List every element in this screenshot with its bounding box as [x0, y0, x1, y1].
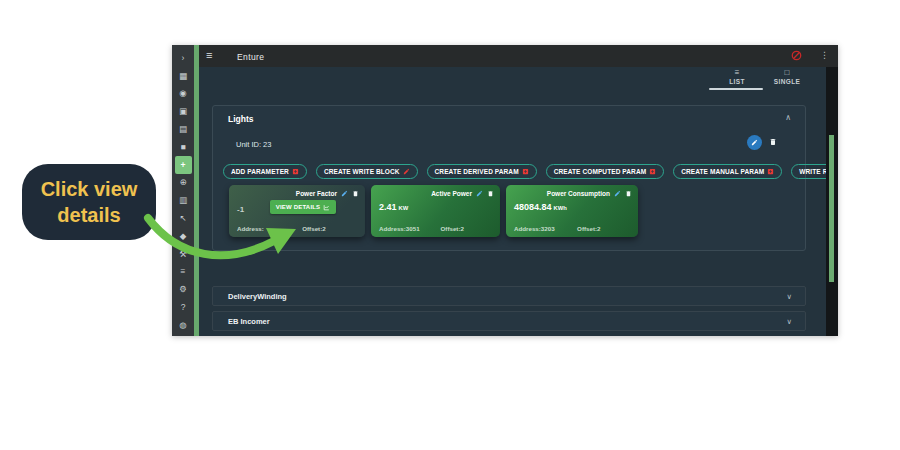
sidebar-accent-strip [194, 45, 199, 336]
pill-label: WRITE REGISTER [799, 168, 826, 175]
menu-icon[interactable]: ≡ [206, 49, 212, 61]
sidebar-item-frame[interactable]: ▣ [175, 102, 192, 120]
sidebar-item-cards[interactable]: ■ [175, 138, 192, 156]
unit-id-label: Unit ID: 23 [236, 140, 271, 149]
create-derived-param-button[interactable]: CREATE DERIVED PARAM [427, 164, 537, 179]
card-power-consumption: Power Consumption 48084.84KWh Address:32… [506, 185, 638, 237]
frame-icon: ▣ [179, 106, 187, 116]
dashboard-icon: ▦ [179, 71, 187, 81]
bug-icon: ◆ [180, 231, 187, 241]
notes-icon: ≡ [181, 266, 186, 276]
add-box-icon [522, 168, 529, 175]
accordion-label: DeliveryWinding [228, 292, 287, 301]
grid-icon: ▥ [179, 195, 187, 205]
cursor-icon: ↖ [179, 213, 186, 223]
chevron-down-icon: ∨ [787, 317, 793, 326]
card-value: -1 [237, 205, 244, 214]
notifications-blocked-icon[interactable] [791, 50, 802, 61]
sidebar-item-move[interactable]: ⊕ [175, 174, 192, 192]
scrollbar-track [826, 67, 838, 336]
parameter-cards-row: Power Factor -1 VIEW DETAILS Address: Of… [229, 185, 638, 237]
main-content: ≡ LIST □ SINGLE Lights ∧ Unit ID: 23 ADD… [199, 67, 826, 336]
tab-list[interactable]: ≡ LIST [715, 69, 759, 85]
card-address: Address:3203 [514, 225, 577, 232]
card-icon: ■ [180, 142, 185, 152]
sidebar: › ▦ ◉ ▣ ▤ ■ + ⊕ ▥ ↖ ◆ ⚒ ≡ ⚙ ? ◍ [172, 45, 194, 336]
gear-icon: ⚙ [179, 284, 187, 294]
create-computed-param-button[interactable]: CREATE COMPUTED PARAM [546, 164, 665, 179]
sidebar-item-devices[interactable]: ◉ [175, 85, 192, 103]
chart-icon: ▤ [179, 124, 187, 134]
sidebar-item-globe[interactable]: ◍ [175, 316, 192, 334]
sidebar-item-dashboard[interactable]: ▦ [175, 67, 192, 85]
section-title: Lights [228, 114, 254, 124]
sidebar-item-bug[interactable]: ◆ [175, 227, 192, 245]
delete-icon[interactable] [487, 190, 494, 197]
pencil-icon [403, 168, 410, 175]
create-write-block-button[interactable]: CREATE WRITE BLOCK [316, 164, 418, 179]
sidebar-item-notes[interactable]: ≡ [175, 263, 192, 281]
card-offset: Offset:2 [577, 225, 632, 232]
insights-icon [323, 204, 330, 211]
sidebar-item-help[interactable]: ? [175, 298, 192, 316]
active-tab-indicator [709, 88, 763, 90]
pill-label: CREATE DERIVED PARAM [435, 168, 519, 175]
accordion-deliverywinding[interactable]: DeliveryWinding ∨ [212, 286, 806, 306]
create-manual-param-button[interactable]: CREATE MANUAL PARAM [673, 164, 782, 179]
card-address: Address: [237, 225, 302, 232]
app-title: Enture [237, 52, 264, 62]
card-power-factor: Power Factor -1 VIEW DETAILS Address: Of… [229, 185, 365, 237]
tab-list-label: LIST [729, 78, 745, 85]
sidebar-item-parameters[interactable]: + [175, 156, 192, 174]
card-title: Power Factor [296, 190, 337, 197]
write-register-button[interactable]: WRITE REGISTER [791, 164, 826, 179]
chevron-right-icon: › [182, 53, 185, 63]
card-active-power: Active Power 2.41KW Address:3051 Offset:… [371, 185, 500, 237]
pill-label: CREATE COMPUTED PARAM [554, 168, 647, 175]
sidebar-item-expand[interactable]: › [175, 49, 192, 67]
delete-icon[interactable] [625, 190, 632, 197]
pill-label: ADD PARAMETER [231, 168, 289, 175]
app-window: ≡ Enture ⋮ › ▦ ◉ ▣ ▤ ■ + ⊕ ▥ ↖ ◆ ⚒ ≡ ⚙ ?… [172, 45, 838, 336]
view-details-button[interactable]: VIEW DETAILS [270, 200, 336, 214]
devices-icon: ◉ [179, 88, 186, 98]
sidebar-item-settings[interactable]: ⚙ [175, 280, 192, 298]
globe-icon: ◍ [179, 320, 186, 330]
edit-icon[interactable] [341, 190, 348, 197]
pill-label: CREATE WRITE BLOCK [324, 168, 400, 175]
card-offset: Offset:2 [441, 225, 494, 232]
card-value: 48084.84 [514, 202, 552, 212]
wrench-icon: ⚒ [179, 249, 187, 259]
tab-single-label: SINGLE [774, 78, 801, 85]
add-parameter-button[interactable]: ADD PARAMETER [223, 164, 307, 179]
kebab-menu-icon[interactable]: ⋮ [820, 50, 829, 60]
add-box-icon [767, 168, 774, 175]
accordion-eb-incomer[interactable]: EB Incomer ∨ [212, 311, 806, 331]
top-bar: ≡ Enture ⋮ [199, 45, 838, 67]
pill-label: CREATE MANUAL PARAM [681, 168, 764, 175]
view-details-label: VIEW DETAILS [276, 204, 321, 210]
accordion-label: EB Incomer [228, 317, 270, 326]
add-box-icon [649, 168, 656, 175]
card-address: Address:3051 [379, 225, 441, 232]
single-icon: □ [785, 69, 790, 77]
sidebar-item-cursor[interactable]: ↖ [175, 209, 192, 227]
list-icon: ≡ [735, 69, 740, 77]
card-offset: Offset:2 [302, 225, 359, 232]
sidebar-item-tools[interactable]: ⚒ [175, 245, 192, 263]
edit-icon[interactable] [614, 190, 621, 197]
sidebar-item-analytics[interactable]: ▤ [175, 120, 192, 138]
annotation-text: Click view details [36, 176, 142, 228]
card-unit: KWh [554, 205, 567, 211]
scrollbar-thumb[interactable] [829, 135, 834, 282]
chevron-up-icon[interactable]: ∧ [785, 113, 791, 122]
action-buttons-row: ADD PARAMETER CREATE WRITE BLOCK CREATE … [223, 164, 826, 179]
move-icon: ⊕ [179, 177, 186, 187]
tab-single[interactable]: □ SINGLE [765, 69, 809, 85]
edit-icon[interactable] [476, 190, 483, 197]
sidebar-item-grid[interactable]: ▥ [175, 191, 192, 209]
edit-unit-button[interactable] [747, 135, 762, 150]
delete-icon[interactable] [352, 190, 359, 197]
card-title: Power Consumption [547, 190, 610, 197]
delete-unit-icon[interactable] [769, 138, 777, 146]
